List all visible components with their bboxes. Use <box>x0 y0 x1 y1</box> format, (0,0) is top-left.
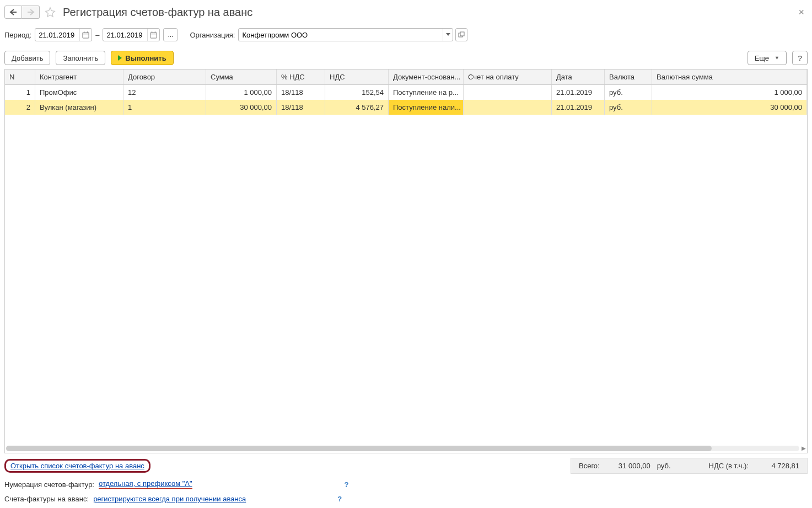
help-button[interactable]: ? <box>792 51 808 65</box>
invoices-mode-link[interactable]: регистрируются всегда при получении аван… <box>93 495 246 503</box>
table-row[interactable]: 1 ПромОфис 12 1 000,00 18/118 152,54 Пос… <box>5 85 807 100</box>
total-currency: руб. <box>657 462 671 470</box>
period-picker-button[interactable]: ... <box>163 28 178 41</box>
help-icon[interactable]: ? <box>337 495 342 503</box>
fill-button[interactable]: Заполнить <box>56 51 105 65</box>
play-icon <box>118 55 122 61</box>
nav-back-button[interactable] <box>4 6 22 19</box>
organization-input[interactable] <box>239 31 443 39</box>
open-invoice-list-link[interactable]: Открыть список счетов-фактур на аванс <box>10 462 144 470</box>
nav-forward-button[interactable] <box>22 6 40 19</box>
nds-label: НДС (в т.ч.): <box>709 462 749 470</box>
invoices-mode-label: Счета-фактуры на аванс: <box>4 495 89 503</box>
date-to-input[interactable] <box>103 31 147 39</box>
date-from-field[interactable] <box>35 28 92 41</box>
col-nds-percent[interactable]: % НДС <box>277 69 325 84</box>
dropdown-icon[interactable] <box>443 29 453 41</box>
svg-rect-9 <box>460 32 464 36</box>
organization-label: Организация: <box>190 31 235 39</box>
col-contractor[interactable]: Контрагент <box>35 69 123 84</box>
numbering-link[interactable]: отдельная, с префиксом "А" <box>99 479 192 489</box>
table-header: N Контрагент Договор Сумма % НДС НДС Док… <box>5 69 807 85</box>
more-button[interactable]: Еще▼ <box>748 51 787 65</box>
svg-rect-4 <box>150 32 157 38</box>
page-title: Регистрация счетов-фактур на аванс <box>61 6 252 19</box>
help-icon[interactable]: ? <box>345 480 349 489</box>
col-currency[interactable]: Валюта <box>605 69 652 84</box>
col-sum[interactable]: Сумма <box>206 69 277 84</box>
col-invoice[interactable]: Счет на оплату <box>464 69 552 84</box>
organization-field[interactable] <box>238 28 453 41</box>
table-row[interactable]: 2 Вулкан (магазин) 1 30 000,00 18/118 4 … <box>5 100 807 115</box>
data-grid: N Контрагент Договор Сумма % НДС НДС Док… <box>4 69 808 453</box>
col-nds[interactable]: НДС <box>325 69 389 84</box>
open-external-button[interactable] <box>455 28 467 41</box>
col-currency-sum[interactable]: Валютная сумма <box>652 69 807 84</box>
col-n[interactable]: N <box>5 69 35 84</box>
chevron-down-icon: ▼ <box>775 55 779 61</box>
period-label: Период: <box>4 31 31 39</box>
run-button[interactable]: Выполнить <box>111 51 173 65</box>
calendar-icon[interactable] <box>79 29 92 41</box>
numbering-label: Нумерация счетов-фактур: <box>4 480 94 489</box>
date-separator: – <box>95 31 99 39</box>
close-button[interactable]: × <box>795 7 808 18</box>
horizontal-scrollbar[interactable]: ▶ <box>5 444 807 453</box>
col-contract[interactable]: Договор <box>123 69 206 84</box>
date-to-field[interactable] <box>103 28 160 41</box>
col-date[interactable]: Дата <box>552 69 605 84</box>
favorite-star-icon[interactable] <box>44 6 56 18</box>
total-label: Всего: <box>579 462 600 470</box>
nds-value: 4 728,81 <box>755 462 799 470</box>
total-value: 31 000,00 <box>606 462 650 470</box>
totals-panel: Всего: 31 000,00 руб. НДС (в т.ч.): 4 72… <box>571 458 808 474</box>
add-button[interactable]: Добавить <box>4 51 50 65</box>
svg-rect-0 <box>83 32 89 38</box>
calendar-icon[interactable] <box>147 29 159 41</box>
date-from-input[interactable] <box>35 31 79 39</box>
col-document[interactable]: Документ-основан... <box>389 69 464 84</box>
